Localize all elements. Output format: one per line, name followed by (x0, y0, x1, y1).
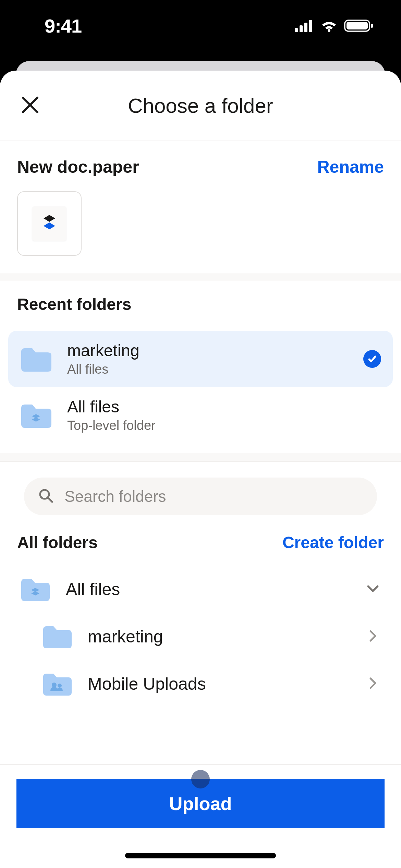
tree-root-item[interactable]: All files (17, 566, 384, 613)
chevron-down-icon[interactable] (365, 580, 381, 598)
selected-check-icon (363, 350, 381, 368)
status-indicators (295, 19, 374, 33)
tree-child-item[interactable]: marketing (17, 613, 384, 660)
svg-rect-0 (295, 28, 298, 32)
search-icon (38, 487, 54, 505)
search-section: Search folders (0, 462, 401, 528)
create-folder-button[interactable]: Create folder (282, 533, 384, 552)
all-folders-header: All folders Create folder (0, 528, 401, 562)
upload-button-label: Upload (169, 793, 232, 814)
tree-item-label: Mobile Uploads (88, 674, 350, 694)
section-divider (0, 454, 401, 462)
svg-rect-6 (347, 22, 368, 29)
folder-tree: All files marketing (0, 562, 401, 711)
recent-folders-section: Recent folders (0, 281, 401, 331)
folder-subtitle: Top-level folder (67, 418, 381, 433)
recent-folder-item[interactable]: All files Top-level folder (8, 387, 393, 443)
svg-line-13 (48, 498, 52, 502)
search-input[interactable]: Search folders (24, 478, 377, 515)
status-time: 9:41 (27, 15, 82, 37)
hint-indicator (191, 770, 210, 788)
svg-point-4 (328, 29, 330, 32)
recent-folder-item[interactable]: marketing All files (8, 331, 393, 387)
svg-point-16 (52, 683, 57, 687)
svg-rect-1 (300, 25, 303, 32)
rename-button[interactable]: Rename (317, 157, 384, 177)
wifi-icon (320, 19, 338, 32)
tree-child-item[interactable]: Mobile Uploads (17, 660, 384, 708)
home-indicator (125, 853, 276, 858)
upload-button[interactable]: Upload (16, 779, 385, 828)
svg-rect-2 (304, 23, 307, 32)
shared-folder-icon (42, 671, 73, 697)
close-icon (20, 95, 40, 116)
sheet-header: Choose a folder (0, 71, 401, 141)
tree-item-label: All files (66, 579, 350, 599)
section-divider (0, 273, 401, 281)
folder-icon (42, 624, 73, 649)
sheet-title: Choose a folder (0, 94, 401, 118)
file-name: New doc.paper (17, 157, 139, 177)
tree-item-label: marketing (88, 627, 350, 647)
svg-marker-9 (44, 222, 55, 229)
recent-folders-list: marketing All files All files Top-level … (0, 331, 401, 454)
battery-icon (344, 19, 374, 33)
recent-folders-title: Recent folders (17, 295, 384, 314)
cellular-icon (295, 19, 314, 32)
svg-rect-7 (371, 24, 373, 28)
all-folders-title: All folders (17, 533, 98, 552)
svg-rect-3 (309, 20, 312, 32)
search-placeholder: Search folders (64, 487, 166, 506)
svg-point-12 (40, 490, 49, 499)
svg-point-17 (58, 684, 62, 688)
dropbox-paper-icon (39, 213, 59, 234)
folder-icon (20, 346, 52, 372)
file-thumbnail[interactable] (17, 191, 82, 256)
dropbox-folder-icon (20, 402, 52, 429)
folder-picker-sheet: Choose a folder New doc.paper Rename (0, 71, 401, 868)
svg-marker-8 (44, 215, 55, 222)
bottom-action-bar: Upload (0, 764, 401, 868)
folder-name: All files (67, 397, 381, 416)
dropbox-folder-icon (20, 577, 51, 602)
file-info-section: New doc.paper Rename (0, 141, 401, 273)
chevron-right-icon[interactable] (365, 628, 381, 646)
folder-subtitle: All files (67, 362, 348, 377)
folder-name: marketing (67, 341, 348, 360)
chevron-right-icon[interactable] (365, 675, 381, 693)
status-bar: 9:41 (0, 0, 401, 51)
close-button[interactable] (16, 92, 44, 119)
